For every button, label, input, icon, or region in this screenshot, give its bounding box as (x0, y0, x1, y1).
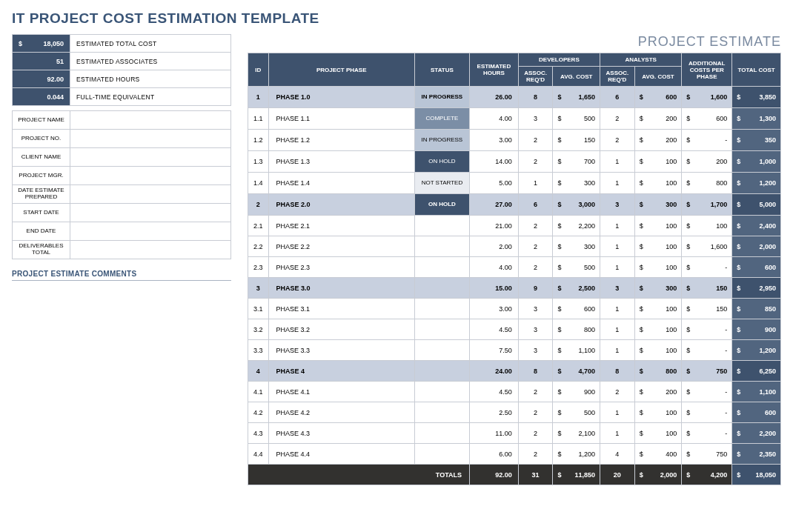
cell-dev-assoc: 3 (518, 299, 553, 319)
summary-label: ESTIMATED TOTAL COST (70, 35, 231, 53)
cell-addl: - (682, 257, 732, 278)
cell-id: 3.1 (248, 299, 269, 319)
info-value[interactable] (70, 111, 231, 130)
cell-id: 2 (248, 194, 269, 216)
status-badge[interactable]: IN PROGRESS (415, 87, 469, 107)
table-row: 2.1PHASE 2.121.0022,20011001002,400 (248, 216, 781, 236)
cell-phase: PHASE 3.2 (268, 319, 414, 340)
info-value[interactable] (70, 167, 231, 185)
info-value[interactable] (70, 185, 231, 204)
col-total: TOTAL COST (732, 53, 781, 87)
cell-total: 1,200 (732, 173, 781, 194)
cell-addl: - (682, 319, 732, 340)
cell-id: 4 (248, 361, 269, 382)
table-row: 3.2PHASE 3.24.5038001100-900 (248, 319, 781, 340)
cell-dev-cost: 1,200 (553, 444, 600, 465)
cell-dev-cost: 500 (553, 402, 600, 423)
cell-phase: PHASE 3.0 (268, 278, 414, 299)
cell-id: 3 (248, 278, 269, 299)
totals-total: 18,050 (732, 465, 781, 485)
cell-id: 3.2 (248, 319, 269, 340)
cell-hours: 15.00 (470, 278, 519, 299)
info-value[interactable] (70, 222, 231, 241)
cell-phase: PHASE 4.2 (268, 402, 414, 423)
col-dev-assoc: ASSOC. REQ'D (518, 67, 553, 87)
info-label: START DATE (13, 204, 70, 222)
cell-total: 5,000 (732, 194, 781, 216)
status-badge[interactable]: ON HOLD (415, 194, 469, 215)
cell-hours: 21.00 (470, 216, 519, 236)
col-addl: ADDITIONAL COSTS PER PHASE (682, 53, 732, 87)
table-row: 4.3PHASE 4.311.0022,1001100-2,200 (248, 423, 781, 444)
cell-hours: 3.00 (470, 130, 519, 151)
col-an-assoc: ASSOC. REQ'D (600, 67, 635, 87)
cell-phase: PHASE 4.1 (268, 382, 414, 402)
cell-an-assoc: 6 (600, 87, 635, 108)
table-row: 4.4PHASE 4.46.0021,20044007502,350 (248, 444, 781, 465)
cell-an-assoc: 1 (600, 299, 635, 319)
cell-status (414, 423, 469, 444)
cell-an-assoc: 1 (600, 216, 635, 236)
cell-an-cost: 100 (634, 257, 682, 278)
table-row: 2.2PHASE 2.22.00230011001,6002,000 (248, 236, 781, 257)
totals-label: TOTALS (248, 465, 470, 485)
totals-hours: 92.00 (470, 465, 519, 485)
cell-dev-assoc: 2 (518, 216, 553, 236)
cell-status: ON HOLD (414, 151, 469, 173)
cell-status (414, 257, 469, 278)
table-row: 1.1PHASE 1.1COMPLETE4.00350022006001,300 (248, 108, 781, 130)
cell-an-cost: 100 (634, 216, 682, 236)
cell-dev-assoc: 2 (518, 130, 553, 151)
table-row: 1.4PHASE 1.4NOT STARTED5.00130011008001,… (248, 173, 781, 194)
summary-table: 18,050 ESTIMATED TOTAL COST51 ESTIMATED … (12, 34, 231, 106)
cell-total: 2,350 (732, 444, 781, 465)
cell-status (414, 299, 469, 319)
cell-dev-cost: 2,500 (553, 278, 600, 299)
info-label: PROJECT NAME (13, 111, 70, 130)
cell-status: IN PROGRESS (414, 87, 469, 108)
cell-hours: 26.00 (470, 87, 519, 108)
cell-dev-assoc: 2 (518, 257, 553, 278)
cell-dev-assoc: 8 (518, 361, 553, 382)
status-badge[interactable]: ON HOLD (415, 151, 469, 172)
cell-total: 1,100 (732, 382, 781, 402)
cell-an-cost: 200 (634, 130, 682, 151)
cell-addl: - (682, 130, 732, 151)
cell-dev-cost: 800 (553, 319, 600, 340)
cell-addl: 150 (682, 299, 732, 319)
totals-dev-cost: 11,850 (553, 465, 600, 485)
cell-id: 2.2 (248, 236, 269, 257)
status-badge[interactable]: COMPLETE (415, 108, 469, 129)
cell-hours: 5.00 (470, 173, 519, 194)
col-phase: PROJECT PHASE (268, 53, 414, 87)
cell-id: 3.3 (248, 340, 269, 361)
status-badge[interactable]: NOT STARTED (415, 173, 469, 193)
cell-total: 900 (732, 319, 781, 340)
cell-an-cost: 100 (634, 236, 682, 257)
cell-phase: PHASE 1.2 (268, 130, 414, 151)
status-badge[interactable]: IN PROGRESS (415, 130, 469, 150)
page-title: IT PROJECT COST ESTIMATION TEMPLATE (12, 10, 781, 27)
cell-dev-cost: 4,700 (553, 361, 600, 382)
info-value[interactable] (70, 148, 231, 167)
cell-dev-cost: 700 (553, 151, 600, 173)
cell-id: 2.3 (248, 257, 269, 278)
cell-total: 1,200 (732, 340, 781, 361)
cell-id: 1.1 (248, 108, 269, 130)
cell-an-assoc: 2 (600, 382, 635, 402)
info-value[interactable] (70, 130, 231, 148)
info-label: PROJECT NO. (13, 130, 70, 148)
info-value[interactable] (70, 204, 231, 222)
cell-dev-assoc: 1 (518, 173, 553, 194)
right-panel: PROJECT ESTIMATE ID PROJECT PHASE STATUS… (248, 34, 781, 485)
table-row: 2.3PHASE 2.34.0025001100-600 (248, 257, 781, 278)
cell-total: 3,850 (732, 87, 781, 108)
info-value[interactable] (70, 241, 231, 259)
cell-total: 600 (732, 257, 781, 278)
cell-addl: 1,600 (682, 236, 732, 257)
cell-status: COMPLETE (414, 108, 469, 130)
totals-an-assoc: 20 (600, 465, 635, 485)
estimate-grid: ID PROJECT PHASE STATUS ESTIMATED HOURS … (248, 53, 781, 485)
cell-total: 6,250 (732, 361, 781, 382)
cell-total: 2,400 (732, 216, 781, 236)
